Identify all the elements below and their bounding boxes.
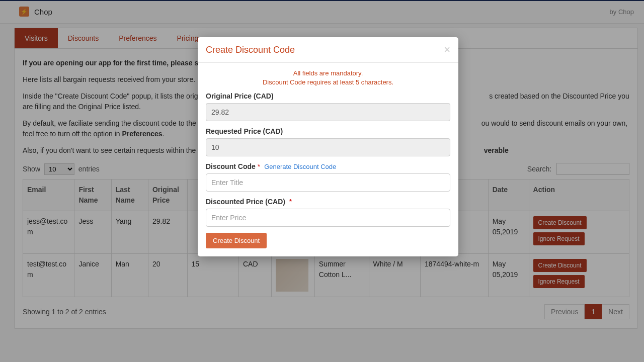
generate-code-link[interactable]: Generate Discount Code bbox=[264, 163, 336, 170]
code-input[interactable] bbox=[206, 173, 450, 192]
disc-price-input[interactable] bbox=[206, 209, 450, 227]
orig-price-label: Original Price (CAD) bbox=[206, 92, 450, 100]
req-price-label: Requested Price (CAD) bbox=[206, 127, 450, 135]
modal-header: Create Discount Code × bbox=[198, 37, 458, 63]
modal-warning: All fields are mandatory.Discount Code r… bbox=[206, 69, 450, 87]
disc-price-label: Discounted Price (CAD) * bbox=[206, 198, 450, 206]
modal-body: All fields are mandatory.Discount Code r… bbox=[198, 63, 458, 256]
create-discount-button[interactable]: Create Discount bbox=[206, 233, 267, 248]
close-icon[interactable]: × bbox=[444, 44, 450, 55]
code-label: Discount Code* Generate Discount Code bbox=[206, 162, 450, 170]
req-price-input bbox=[206, 138, 450, 156]
orig-price-input bbox=[206, 103, 450, 121]
modal-title: Create Discount Code bbox=[206, 45, 295, 55]
create-discount-modal: Create Discount Code × All fields are ma… bbox=[198, 37, 458, 256]
